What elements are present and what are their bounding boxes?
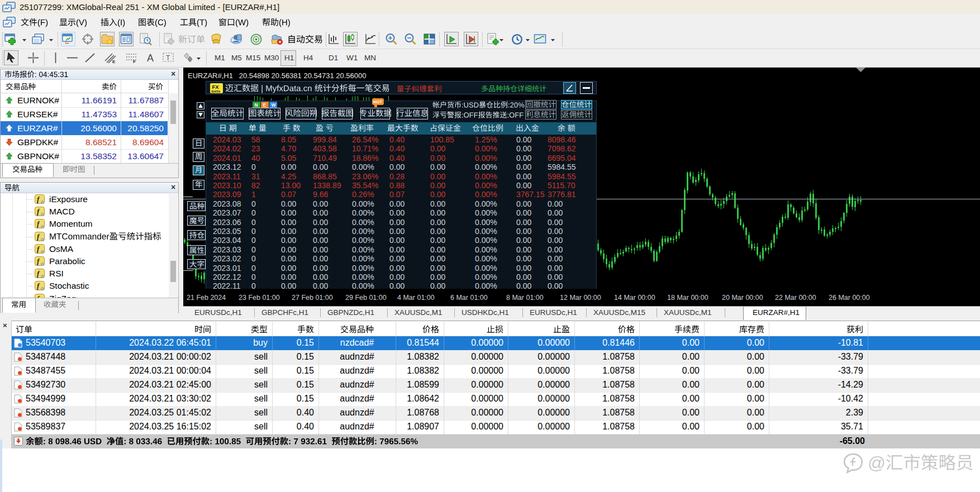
- svg-text:E: E: [112, 59, 116, 64]
- svg-text:T: T: [166, 54, 170, 62]
- svg-text:A: A: [147, 52, 154, 64]
- svg-text:DATA: DATA: [212, 90, 221, 93]
- svg-text:F: F: [133, 59, 136, 64]
- svg-text:FX: FX: [212, 84, 220, 90]
